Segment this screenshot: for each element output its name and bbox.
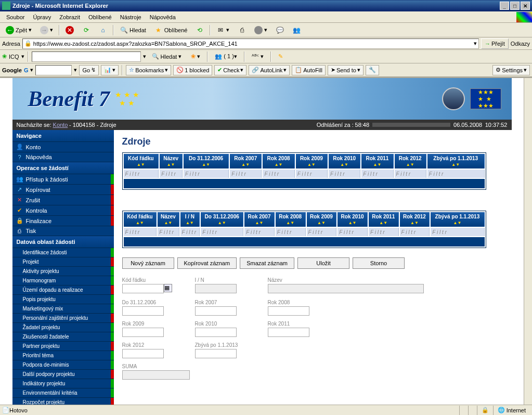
sidebar-item-data-0[interactable]: Identifikace žádosti	[12, 248, 114, 257]
links-label[interactable]: Odkazy	[511, 41, 530, 47]
messenger-button[interactable]: 👥	[289, 24, 304, 36]
rok2010-input[interactable]	[195, 328, 237, 337]
back-button[interactable]: ← Zpět ▾	[2, 24, 35, 36]
suma-input[interactable]	[122, 370, 190, 380]
copy-record-button[interactable]: Kopírovat záznam	[177, 257, 237, 269]
bookmarks-button[interactable]: ☆Bookmarks▾	[126, 65, 171, 75]
menu-zobrazit[interactable]: Zobrazit	[55, 13, 84, 21]
filter-cell[interactable]: F i l t r	[124, 228, 157, 236]
sidebar-item-konto[interactable]: 👤Konto	[12, 142, 114, 152]
sidebar-item-data-1[interactable]: Projekt	[12, 257, 114, 267]
home-button[interactable]: ⌂	[95, 24, 111, 36]
column-header[interactable]: Zbývá po 1.1.2013▲▼	[431, 212, 484, 227]
new-record-button[interactable]: Nový záznam	[122, 257, 174, 269]
minimize-button[interactable]: _	[500, 2, 509, 10]
close-button[interactable]: ✕	[521, 2, 530, 10]
filter-cell[interactable]: F i l t r	[184, 170, 229, 178]
menu-oblibene[interactable]: Oblíbené	[84, 13, 116, 21]
filter-cell[interactable]: F i l t r	[329, 170, 360, 178]
icq-abc-button[interactable]: ᴬᴮᶜ▾	[248, 51, 267, 62]
column-header[interactable]: Rok 2010▲▼	[338, 212, 368, 227]
sidebar-item-help[interactable]: ?Nápověda	[12, 152, 114, 162]
refresh-button[interactable]: ⟳	[79, 24, 94, 36]
sidebar-item-data-5[interactable]: Popis projektu	[12, 295, 114, 304]
column-header[interactable]: Rok 2011▲▼	[369, 212, 399, 227]
filter-cell[interactable]: F i l t r	[307, 228, 337, 236]
filter-cell[interactable]: F i l t r	[201, 228, 243, 236]
icq-search-button[interactable]: 🔍Hledat▾	[148, 51, 186, 62]
check-button[interactable]: ✔Check▾	[214, 65, 246, 75]
edit-button[interactable]: ▾	[251, 24, 271, 36]
column-header[interactable]: Do 31.12.2006▲▼	[184, 154, 229, 168]
url-input[interactable]: 🔒 https://www.eu-zadost.cz/zadost.aspx?z…	[22, 38, 479, 49]
kod-radku-input[interactable]	[122, 284, 164, 293]
filter-cell[interactable]: F i l t r	[427, 170, 485, 178]
column-header[interactable]: Rok 2007▲▼	[244, 212, 275, 227]
zbyva-input[interactable]	[195, 349, 237, 358]
filter-cell[interactable]: F i l t r	[296, 170, 328, 178]
rok2011-input[interactable]	[268, 328, 309, 337]
nazev-input[interactable]	[268, 284, 424, 293]
sidebar-item-data-6[interactable]: Marketingový mix	[12, 304, 114, 314]
settings-button[interactable]: ⚙Settings▾	[492, 65, 530, 75]
sidebar-item-kontrola[interactable]: ✔Kontrola	[12, 205, 114, 216]
forward-button[interactable]: → ▾	[36, 24, 57, 36]
discuss-button[interactable]: 💬	[272, 24, 288, 36]
rok2008-input[interactable]	[268, 306, 309, 316]
filter-cell[interactable]: F i l t r	[369, 228, 399, 236]
column-header[interactable]: Rok 2007▲▼	[230, 154, 262, 168]
sendto-button[interactable]: ➤Send to▾	[328, 65, 364, 75]
stop-button[interactable]: ✕	[62, 24, 77, 36]
column-header[interactable]: Kód řádku▲▼	[124, 212, 157, 227]
column-header[interactable]: Rok 2009▲▼	[307, 212, 337, 227]
column-header[interactable]: Název▲▼	[158, 212, 179, 227]
sidebar-item-data-3[interactable]: Harmonogram	[12, 276, 114, 286]
menu-napoveda[interactable]: Nápověda	[146, 13, 180, 21]
search-button[interactable]: 🔍Hledat	[116, 24, 150, 36]
chevron-down-icon[interactable]: ▾	[474, 40, 477, 47]
sidebar-item-data-16[interactable]: Rozpočet projektu	[12, 398, 114, 405]
icq-flower-button[interactable]: ❀▾	[187, 51, 204, 62]
sidebar-item-zrusit[interactable]: ✕Zrušit	[12, 195, 114, 205]
filter-cell[interactable]: F i l t r	[400, 228, 430, 236]
rok2007-input[interactable]	[195, 306, 237, 316]
filter-cell[interactable]: F i l t r	[361, 170, 393, 178]
go-button[interactable]: →Přejít	[481, 38, 509, 49]
sidebar-item-data-12[interactable]: Podpora de-minimis	[12, 360, 114, 370]
sidebar-item-data-8[interactable]: Žadatel projektu	[12, 323, 114, 332]
save-button[interactable]: Uložit	[297, 257, 349, 269]
icq-search-input[interactable]	[32, 51, 141, 62]
google-search-input[interactable]	[35, 65, 72, 75]
sidebar-item-data-7[interactable]: Personální zajištění projektu	[12, 314, 114, 323]
google-go-button[interactable]: Go↯	[79, 65, 99, 75]
favorites-button[interactable]: ★Oblíbené	[151, 24, 191, 36]
filter-cell[interactable]: F i l t r	[244, 228, 275, 236]
google-pagerank-button[interactable]: 📊▾	[101, 65, 119, 75]
do2006-input[interactable]	[122, 306, 164, 316]
maximize-button[interactable]: □	[510, 2, 520, 10]
sidebar-item-data-11[interactable]: Prioritní téma	[12, 351, 114, 360]
autofill-button[interactable]: 📋AutoFill	[292, 65, 326, 75]
breadcrumb-konto-link[interactable]: Konto	[53, 122, 68, 128]
column-header[interactable]: Rok 2009▲▼	[296, 154, 328, 168]
column-header[interactable]: Rok 2011▲▼	[361, 154, 393, 168]
rok2012-input[interactable]	[122, 349, 164, 358]
delete-record-button[interactable]: Smazat záznam	[240, 257, 294, 269]
column-header[interactable]: Rok 2012▲▼	[400, 212, 430, 227]
filter-cell[interactable]: F i l t r	[338, 228, 368, 236]
in-input[interactable]	[195, 284, 237, 293]
column-header[interactable]: Rok 2012▲▼	[395, 154, 426, 168]
vertical-scrollbar[interactable]	[524, 78, 532, 405]
filter-cell[interactable]: F i l t r	[230, 170, 262, 178]
column-header[interactable]: Zbývá po 1.1.2013▲▼	[427, 154, 485, 168]
history-button[interactable]: ⟲	[192, 24, 207, 36]
filter-cell[interactable]: F i l t r	[180, 228, 200, 236]
rok2009-input[interactable]	[122, 328, 164, 337]
sidebar-item-kopirovat[interactable]: ↗Kopírovat	[12, 185, 114, 195]
column-header[interactable]: Do 31.12.2006▲▼	[201, 212, 243, 227]
filter-cell[interactable]: F i l t r	[160, 170, 183, 178]
menu-nastroje[interactable]: Nástroje	[116, 13, 146, 21]
menu-upravy[interactable]: Úpravy	[29, 13, 55, 21]
column-header[interactable]: I / N▲▼	[180, 212, 200, 227]
sidebar-item-data-13[interactable]: Další podpory projektu	[12, 370, 114, 379]
